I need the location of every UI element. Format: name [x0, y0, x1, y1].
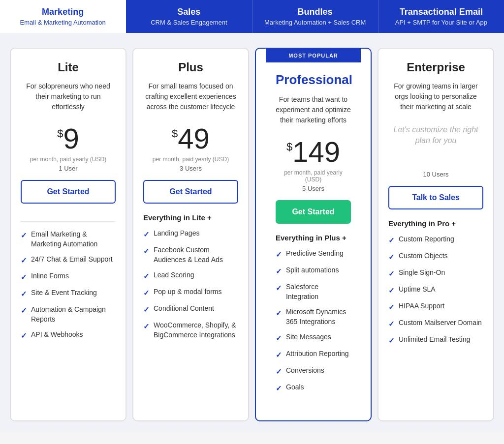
- tab-sales-title: Sales: [131, 7, 247, 17]
- list-item: ✓API & Webhooks: [21, 330, 116, 341]
- check-icon: ✓: [388, 252, 395, 262]
- price-dollar-lite: $: [57, 128, 63, 139]
- everything-in-enterprise: Everything in Pro +: [388, 219, 483, 228]
- list-item: ✓Custom Mailserver Domain: [388, 318, 483, 329]
- list-item: ✓Landing Pages: [143, 229, 238, 239]
- list-item: ✓Lead Scoring: [143, 270, 238, 281]
- nav-tabs: Marketing Email & Marketing Automation S…: [0, 0, 504, 33]
- feature-list-enterprise: ✓Custom Reporting ✓Custom Objects ✓Singl…: [388, 235, 483, 352]
- check-icon: ✓: [388, 302, 395, 312]
- everything-in-plus: Everything in Lite +: [143, 213, 238, 222]
- check-icon: ✓: [276, 308, 282, 318]
- check-icon: ✓: [143, 321, 150, 331]
- plan-card-lite: Lite For solopreneurs who need their mar…: [10, 48, 126, 421]
- list-item: ✓Goals: [276, 383, 351, 393]
- tab-sales[interactable]: Sales CRM & Sales Engagement: [126, 0, 252, 33]
- check-icon: ✓: [143, 288, 150, 298]
- price-block-professional: $ 149: [276, 138, 351, 166]
- check-icon: ✓: [21, 289, 27, 299]
- check-icon: ✓: [276, 333, 282, 343]
- check-icon: ✓: [143, 304, 150, 315]
- list-item: ✓HIPAA Support: [388, 301, 483, 312]
- tab-marketing[interactable]: Marketing Email & Marketing Automation: [0, 0, 126, 33]
- list-item: ✓Custom Reporting: [388, 235, 483, 245]
- price-users-lite: 1 User: [21, 165, 116, 172]
- feature-list-plus: ✓Landing Pages ✓Facebook Custom Audience…: [143, 229, 238, 346]
- tab-transactional-sub: API + SMTP for Your Site or App: [383, 19, 499, 26]
- check-icon: ✓: [388, 319, 395, 329]
- check-icon: ✓: [21, 230, 27, 240]
- price-users-professional: 5 Users: [276, 185, 351, 192]
- check-icon: ✓: [388, 285, 395, 296]
- price-number-professional: 149: [292, 138, 340, 166]
- plan-name-professional: Professional: [276, 72, 351, 88]
- divider-lite: [21, 221, 116, 222]
- cta-button-plus[interactable]: Get Started: [143, 180, 238, 204]
- check-icon: ✓: [143, 229, 150, 239]
- list-item: ✓Microsoft Dynamics 365 Integrations: [276, 307, 351, 326]
- list-item: ✓Site & Event Tracking: [21, 288, 116, 299]
- check-icon: ✓: [143, 271, 150, 281]
- price-users-plus: 3 Users: [143, 165, 238, 172]
- price-period-lite: per month, paid yearly (USD): [21, 156, 116, 163]
- cta-button-lite[interactable]: Get Started: [21, 180, 116, 204]
- tab-marketing-sub: Email & Marketing Automation: [5, 19, 121, 26]
- check-icon: ✓: [21, 272, 27, 282]
- price-period-plus: per month, paid yearly (USD): [143, 156, 238, 163]
- price-block-plus: $ 49: [143, 124, 238, 153]
- check-icon: ✓: [276, 350, 282, 360]
- list-item: ✓24/7 Chat & Email Support: [21, 255, 116, 266]
- check-icon: ✓: [276, 366, 282, 377]
- check-icon: ✓: [276, 283, 282, 293]
- list-item: ✓Automation & Campaign Reports: [21, 305, 116, 324]
- price-dollar-professional: $: [286, 142, 292, 152]
- price-users-enterprise: 10 Users: [388, 171, 483, 178]
- check-icon: ✓: [276, 266, 282, 276]
- check-icon: ✓: [388, 335, 395, 346]
- plan-card-plus: Plus For small teams focused on crafting…: [132, 48, 249, 421]
- price-amount-plus: $ 49: [172, 124, 210, 153]
- price-number-plus: 49: [178, 124, 210, 153]
- check-icon: ✓: [21, 255, 27, 266]
- price-dollar-plus: $: [172, 128, 178, 139]
- list-item: ✓Single Sign-On: [388, 268, 483, 279]
- check-icon: ✓: [21, 330, 27, 341]
- plan-desc-professional: For teams that want to experiment and op…: [276, 94, 351, 129]
- price-block-lite: $ 9: [21, 124, 116, 153]
- price-block-enterprise: Let's customize the right plan for you: [388, 124, 483, 168]
- list-item: ✓Custom Objects: [388, 251, 483, 262]
- custom-price-text: Let's customize the right plan for you: [388, 124, 483, 159]
- check-icon: ✓: [276, 383, 282, 393]
- list-item: ✓Predictive Sending: [276, 249, 351, 260]
- cta-button-professional[interactable]: Get Started: [276, 200, 351, 224]
- plans-container: Lite For solopreneurs who need their mar…: [10, 48, 494, 421]
- list-item: ✓Attribution Reporting: [276, 349, 351, 360]
- list-item: ✓Salesforce Integration: [276, 282, 351, 301]
- list-item: ✓Inline Forms: [21, 271, 116, 282]
- list-item: ✓Conditional Content: [143, 304, 238, 315]
- plan-card-professional: MOST POPULAR Professional For teams that…: [255, 48, 372, 421]
- everything-in-professional: Everything in Plus +: [276, 234, 351, 242]
- tab-transactional[interactable]: Transactional Email API + SMTP for Your …: [378, 0, 504, 33]
- list-item: ✓WooCommerce, Shopify, & BigCommerce Int…: [143, 321, 238, 340]
- plan-desc-plus: For small teams focused on crafting exce…: [143, 81, 238, 116]
- check-icon: ✓: [388, 235, 395, 245]
- plan-desc-lite: For solopreneurs who need their marketin…: [21, 81, 116, 116]
- cta-button-enterprise[interactable]: Talk to Sales: [388, 186, 483, 209]
- most-popular-badge: MOST POPULAR: [266, 49, 361, 62]
- tab-bundles-sub: Marketing Automation + Sales CRM: [257, 19, 373, 26]
- main-content: Lite For solopreneurs who need their mar…: [0, 33, 504, 431]
- list-item: ✓Unlimited Email Testing: [388, 335, 483, 346]
- check-icon: ✓: [143, 246, 150, 256]
- feature-list-lite: ✓Email Marketing & Marketing Automation …: [21, 230, 116, 347]
- tab-bundles-title: Bundles: [257, 7, 373, 17]
- price-number-lite: 9: [63, 124, 79, 153]
- price-period-professional: per month, paid yearly (USD): [276, 169, 351, 183]
- list-item: ✓Split automations: [276, 266, 351, 276]
- plan-name-enterprise: Enterprise: [388, 60, 483, 74]
- list-item: ✓Email Marketing & Marketing Automation: [21, 230, 116, 249]
- list-item: ✓Conversions: [276, 366, 351, 377]
- tab-transactional-title: Transactional Email: [383, 7, 499, 17]
- tab-bundles[interactable]: Bundles Marketing Automation + Sales CRM: [252, 0, 378, 33]
- tab-marketing-title: Marketing: [5, 7, 121, 17]
